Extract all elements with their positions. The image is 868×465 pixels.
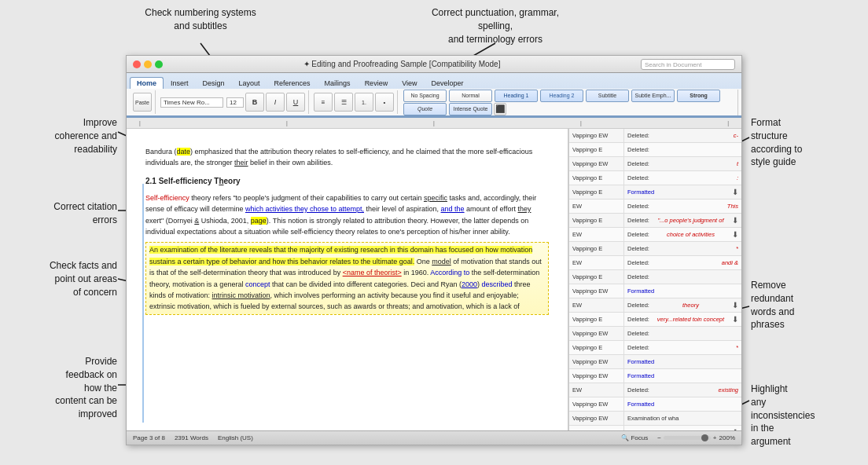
change-action: Deleted: [624,270,741,284]
ribbon-group-paragraph: ≡ ☰ 1. • [311,90,398,114]
underlined-specific: specific [424,194,447,202]
change-author: Vappingo E [569,214,624,227]
change-row: Vappingo EWExamination of wha [569,412,741,426]
ruler-mark: | [727,120,729,126]
highlighted-date: date [177,148,191,156]
margin-line [142,184,144,326]
paragraph-1: Bandura (date) emphasized that the attri… [145,146,549,169]
red-text-selfeff: Self-efficiency [145,194,189,202]
change-author: Vappingo EW [569,355,624,368]
tab-mailings[interactable]: Mailings [318,77,358,89]
change-row: Vappingo EWFormatted [569,284,741,298]
change-action: Examination of wha [624,412,741,425]
change-author: Vappingo EW [569,157,624,170]
style-subtitle[interactable]: Subtitle [586,90,629,102]
annotation-left-4-text: Provide feedback on how the content can … [55,356,117,419]
change-author: Vappingo E [569,313,624,326]
change-author: Vappingo EW [569,397,624,411]
ruler-mark: | [433,120,435,126]
tab-design[interactable]: Design [196,77,232,89]
annotation-right-1-text: Format structure according to style guid… [751,117,802,167]
minimize-button[interactable] [144,60,152,68]
change-action: Formatted [624,397,741,411]
change-action: Deleted: "...o people's judgment of ⬇ [624,214,741,227]
change-author: EW [569,228,624,241]
zoom-control[interactable]: − + 200% [657,434,735,441]
style-normal2[interactable]: Normal [449,90,492,102]
change-action: Deleted: existing [624,383,741,397]
language: English (US) [218,434,253,441]
change-row: Vappingo EWDeleted: c- [569,129,741,143]
zoom-minus[interactable]: − [657,434,661,441]
ruler: | | | | | [127,118,741,129]
italic-button[interactable]: I [266,93,285,112]
change-row: EWDeleted: theory ⬇ [569,298,741,313]
underline-button[interactable]: U [286,93,305,112]
change-author: Vappingo EW [569,327,624,340]
tab-insert[interactable]: Insert [164,77,196,89]
ruler-mark: | [580,120,582,126]
blue-described: described [481,280,512,288]
changes-panel: Vappingo EWDeleted: c-Vappingo EDeleted:… [568,129,741,430]
bold-button[interactable]: B [245,93,264,112]
title-bar: ✦ Editing and Proofreading Sample [Compa… [127,56,741,73]
styles-more-button[interactable]: ⬛ [494,103,506,115]
change-row: EWDeleted: andi & [569,256,741,270]
tab-home[interactable]: Home [130,77,164,89]
change-row: Vappingo EDeleted: * [569,242,741,256]
annotation-left-2: Correct citation errors [3,200,117,227]
annotation-top-left: Check numbering systems and subtitles [138,6,263,33]
annotation-left-1-text: Improve coherence and readability [55,117,117,155]
document-content: Bandura (date) emphasized that the attri… [139,138,555,326]
change-action: Deleted: choice of activities ⬇ [624,228,741,241]
change-row: EWDeleted: choice of activities ⬇ [569,228,741,242]
numbering-button[interactable]: 1. [355,93,373,112]
style-subtle[interactable]: Subtle Emph... [631,90,675,102]
change-author: Vappingo E [569,185,624,199]
change-author: Vappingo E [569,171,624,185]
change-author: EW [569,383,624,397]
tab-review[interactable]: Review [358,77,395,89]
zoom-handle [701,434,708,441]
style-strong[interactable]: Strong [677,90,720,102]
change-row: Vappingo EDeleted: [569,143,741,157]
change-action: Deleted: very...related toin concept ⬇ [624,313,741,326]
change-row: Vappingo EDeleted: "...o people's judgme… [569,214,741,228]
change-row: Vappingo EDeleted: * [569,341,741,355]
tab-layout[interactable]: Layout [232,77,267,89]
change-action: Deleted: [624,327,741,340]
page-count: Page 3 of 8 [133,434,165,441]
zoom-plus[interactable]: + [713,434,717,441]
changes-list: Vappingo EWDeleted: c-Vappingo EDeleted:… [569,129,741,430]
style-intense-quote[interactable]: Intense Quote [449,103,492,115]
tab-view[interactable]: View [395,77,424,89]
change-action: Deleted: * [624,242,741,255]
style-normal[interactable]: No Spacing [403,90,447,102]
tab-references[interactable]: References [267,77,318,89]
document-text-area[interactable]: Bandura (date) emphasized that the attri… [127,129,568,430]
change-row: Vappingo EWFormatted [569,355,741,369]
change-action: Deleted: c- [624,129,741,142]
align-center-button[interactable]: ☰ [334,93,353,112]
align-left-button[interactable]: ≡ [314,93,333,112]
tab-developer[interactable]: Developer [425,77,471,89]
font-name[interactable]: Times New Ro... [160,97,223,108]
change-action: Deleted: : [624,171,741,185]
font-size[interactable]: 12 [226,97,244,108]
red-name-theorist: <name of theorist> [343,269,402,276]
window-controls[interactable] [133,60,163,68]
style-quote[interactable]: Quote [403,103,447,115]
paragraph-2: Self-efficiency theory refers "to people… [145,192,549,238]
highlighted-paragraph: An examination of the literature reveals… [145,242,549,314]
maximize-button[interactable] [155,60,163,68]
paste-button[interactable]: Paste [133,93,152,112]
change-action: Deleted: This [624,200,741,213]
search-box[interactable]: Search in Document [641,59,735,70]
bullets-button[interactable]: • [375,93,394,112]
ribbon[interactable]: Home Insert Design Layout References Mai… [127,73,741,118]
zoom-slider[interactable] [664,436,711,440]
ribbon-group-font: Times New Ro... 12 B I U [157,90,309,114]
style-heading1[interactable]: Heading 1 [495,90,538,102]
close-button[interactable] [133,60,141,68]
style-heading2[interactable]: Heading 2 [540,90,583,102]
